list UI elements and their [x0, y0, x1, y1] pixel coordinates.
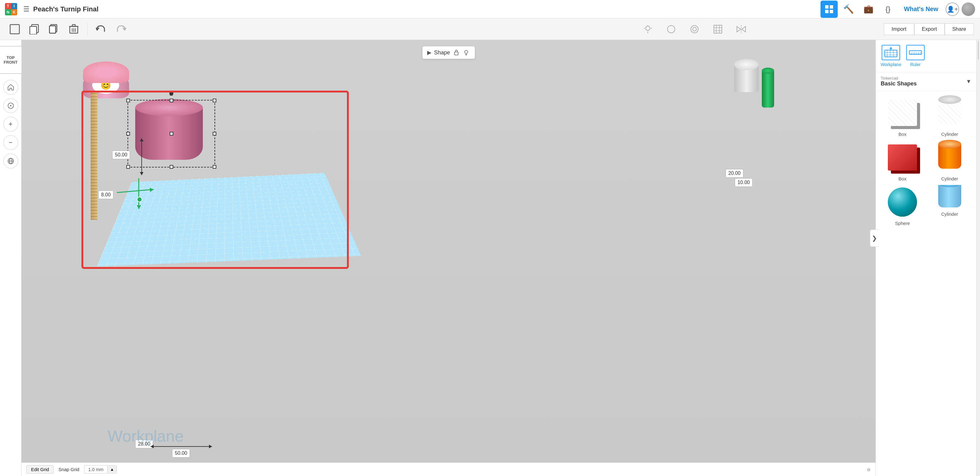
- svg-point-31: [10, 105, 11, 106]
- bulb-icon[interactable]: [463, 49, 470, 56]
- shape-item-sphere-teal[interactable]: Sphere: [881, 185, 924, 226]
- panel-collapse-button[interactable]: ❯: [870, 229, 878, 247]
- duplicate-icon: [49, 24, 59, 34]
- mushroom-cap: [83, 62, 129, 83]
- grid-tool-icon: [713, 25, 722, 34]
- svg-point-36: [465, 50, 468, 54]
- shape-item-cyl-teal-partial[interactable]: Cylinder: [928, 185, 972, 226]
- viewport[interactable]: 😊: [22, 40, 875, 476]
- toolbar-divider: [87, 23, 88, 35]
- snap-increment-button[interactable]: ▲: [107, 466, 116, 473]
- code-button[interactable]: {}: [880, 1, 897, 18]
- export-button[interactable]: Export: [914, 23, 945, 35]
- import-button[interactable]: Import: [884, 23, 914, 35]
- ring-tool-button[interactable]: [686, 21, 703, 38]
- dim-arrow-horizontal: [151, 446, 212, 447]
- shape-panel[interactable]: ▶ Shape: [422, 46, 475, 59]
- svg-rect-3: [830, 10, 833, 13]
- briefcase-button[interactable]: 💼: [860, 1, 877, 18]
- svg-rect-39: [885, 50, 897, 57]
- zoom-out-button[interactable]: −: [3, 135, 18, 150]
- home-view-button[interactable]: [3, 80, 18, 95]
- user-avatar[interactable]: [962, 2, 975, 16]
- ruler-svg: [909, 47, 922, 58]
- grid-tool-button[interactable]: [709, 21, 727, 38]
- view-cube[interactable]: TOP FRONT: [0, 46, 23, 74]
- tinkercad-logo[interactable]: T I N K: [5, 3, 17, 15]
- right-panel-container: Workplane: [875, 40, 980, 476]
- copy-button[interactable]: [26, 21, 43, 38]
- view-cube-front-label: FRONT: [4, 60, 18, 65]
- ruler-button[interactable]: Ruler: [906, 45, 925, 67]
- shape-item-cyl-orange[interactable]: Cylinder: [928, 140, 972, 181]
- shape-img-cyl-teal-partial: [931, 185, 968, 210]
- perspective-button[interactable]: [3, 154, 18, 169]
- workplane-button[interactable]: Workplane: [881, 45, 901, 67]
- canvas-area[interactable]: ▶ Shape: [22, 40, 875, 476]
- scroll-thumb[interactable]: [978, 41, 979, 60]
- tools-button[interactable]: 🔨: [840, 1, 858, 18]
- bottom-bar: Edit Grid Snap Grid 1.0 mm ▲ ⊖: [22, 462, 875, 476]
- new-shape-icon: [10, 24, 20, 34]
- shape-label-cyl-orange: Cylinder: [941, 176, 958, 181]
- dim-label-50-bottom: 50.00: [172, 449, 190, 458]
- duplicate-button[interactable]: [46, 21, 63, 38]
- sphere-teal-shape: [888, 188, 917, 217]
- shape-item-box-gray[interactable]: Box: [881, 96, 924, 137]
- edit-grid-button[interactable]: Edit Grid: [26, 465, 54, 474]
- white-cyl-body: [734, 65, 759, 92]
- right-scrollbar[interactable]: [976, 40, 980, 476]
- right-panel: Workplane: [875, 40, 976, 476]
- pink-cyl-top: [135, 99, 203, 116]
- add-user-button[interactable]: 👤+: [946, 2, 959, 16]
- green-cyl-body: [762, 71, 774, 108]
- dim-label-8: 8.00: [98, 191, 113, 199]
- svg-rect-4: [10, 25, 19, 34]
- ruler-label: Ruler: [910, 62, 920, 67]
- light-tool-button[interactable]: [639, 21, 656, 38]
- shape-tool-icon: [667, 25, 676, 34]
- redo-icon: [116, 25, 126, 34]
- lock-icon[interactable]: [453, 49, 460, 56]
- menu-icon[interactable]: ☰: [23, 5, 30, 13]
- shape-item-cyl-gray[interactable]: Cylinder: [928, 96, 972, 137]
- mirror-tool-icon: [736, 25, 747, 34]
- logo-i: I: [11, 3, 17, 9]
- dim-label-50-left: 50.00: [112, 151, 130, 159]
- zoom-in-button[interactable]: +: [3, 117, 18, 132]
- share-button[interactable]: Share: [945, 23, 974, 35]
- snap-value-control[interactable]: 1.0 mm ▲: [84, 465, 117, 474]
- green-cylinder-object[interactable]: [762, 71, 774, 108]
- svg-point-16: [646, 26, 650, 30]
- shape-lib-dropdown-icon[interactable]: ▼: [966, 78, 971, 85]
- grid-view-button[interactable]: [821, 1, 838, 18]
- shape-img-box-red: [884, 140, 921, 174]
- move-handle-circle[interactable]: [137, 197, 142, 202]
- copy-icon: [29, 24, 40, 34]
- shape-lib-name: Basic Shapes: [881, 81, 917, 87]
- fit-view-button[interactable]: [3, 98, 18, 113]
- fit-view-icon: [7, 102, 14, 110]
- cyl-gray-shape: [938, 100, 961, 129]
- shape-library-header: Tinkercad Basic Shapes ▼: [876, 72, 976, 91]
- workplane-label: Workplane: [881, 62, 901, 67]
- cyl-teal-shape: [938, 185, 961, 210]
- whats-new-button[interactable]: What's New: [899, 6, 943, 13]
- white-cylinder-object[interactable]: [734, 65, 759, 92]
- new-shape-button[interactable]: [6, 21, 23, 38]
- shape-tool-button[interactable]: [663, 21, 680, 38]
- svg-point-22: [691, 25, 698, 33]
- svg-rect-2: [825, 10, 829, 13]
- undo-button[interactable]: [92, 21, 110, 38]
- mushroom-character-object[interactable]: 😊: [83, 65, 129, 92]
- svg-rect-12: [72, 25, 75, 26]
- shape-item-box-red[interactable]: Box: [881, 140, 924, 181]
- header-right: 🔨 💼 {} What's New 👤+: [821, 1, 975, 18]
- redo-button[interactable]: [112, 21, 129, 38]
- ruler-icon: [906, 45, 925, 60]
- snap-grid-label: Snap Grid: [58, 467, 79, 472]
- mirror-tool-button[interactable]: [733, 21, 750, 38]
- grid-icon: [824, 5, 834, 14]
- selected-cylinder-object[interactable]: [135, 108, 203, 160]
- delete-button[interactable]: [65, 21, 82, 38]
